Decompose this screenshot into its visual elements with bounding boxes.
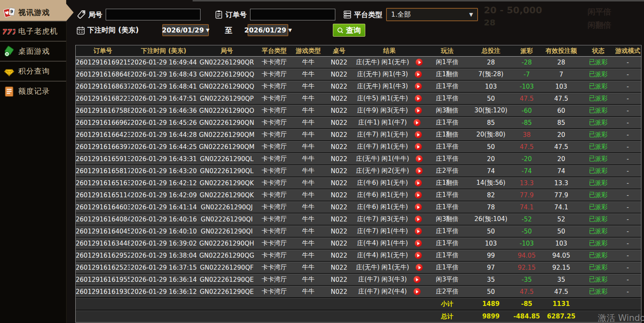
play-video-button[interactable]	[415, 95, 422, 102]
play-video-button[interactable]	[416, 264, 423, 271]
cell-payout: -74	[512, 167, 541, 175]
cell-status: 已派彩	[581, 239, 615, 247]
result-text: 庄(牛9) 闲3(无牛)	[357, 107, 408, 114]
slot-777-icon: 777	[3, 25, 15, 37]
play-video-button[interactable]	[415, 228, 422, 235]
cards-icon: ♥9	[3, 7, 15, 18]
cell-platform: 卡卡湾厅	[256, 131, 292, 139]
play-icon	[417, 206, 420, 209]
cell-result: 庄(牛6) 闲1(无牛)	[354, 179, 425, 187]
column-header: 状态	[581, 47, 615, 55]
cell-play_type: 庄1平倍	[425, 263, 470, 271]
play-icon	[417, 230, 420, 233]
sidebar-item-4[interactable]: 额度记录	[0, 81, 66, 101]
platform-select[interactable]: 1.全部 ▼	[386, 8, 478, 21]
cell-play_type: 闲3翻倍	[425, 215, 470, 223]
windows-activation-watermark: 激活 Windo	[598, 312, 644, 323]
play-video-button[interactable]	[415, 143, 422, 150]
cell-mode: -	[615, 264, 640, 271]
cell-play_type: 庄1平倍	[425, 155, 470, 163]
cell-payout: 74.1	[512, 204, 541, 211]
cell-total_bet: 20(预:80)	[470, 131, 512, 139]
cell-payout: 13.3	[512, 179, 541, 187]
cell-play_type: 庄1平倍	[425, 82, 470, 90]
diamond-icon	[3, 65, 15, 77]
cell-table_no: N022	[324, 119, 354, 127]
column-header: 桌号	[324, 47, 354, 55]
cell-result: 庄(无牛) 闲1(牛3)	[354, 82, 425, 90]
play-video-button[interactable]	[416, 155, 423, 162]
cell-payout: 92.15	[512, 264, 541, 271]
sidebar-item-label: 视讯游戏	[18, 7, 50, 17]
cell-mode: -	[615, 131, 640, 139]
cell-valid_bet: 52	[541, 216, 581, 223]
cell-table_no: N022	[324, 167, 354, 175]
play-video-button[interactable]	[415, 204, 422, 211]
sidebar-item-3[interactable]: 积分查询	[0, 61, 66, 81]
cell-play_type: 庄1平倍	[425, 203, 470, 211]
cell-valid_bet: 94.05	[541, 252, 581, 259]
play-video-button[interactable]	[415, 191, 422, 199]
column-header: 派彩	[512, 47, 541, 55]
round-input[interactable]	[106, 9, 201, 20]
play-video-button[interactable]	[414, 119, 421, 126]
chevron-down-icon: ▼	[288, 27, 292, 33]
play-video-button[interactable]	[415, 71, 422, 78]
cell-play_type: 庄1平倍	[425, 239, 470, 247]
cell-time: 2026-01-29 16:47:51	[130, 95, 198, 102]
cell-round: GN022261290QE	[198, 276, 256, 283]
result-text: 庄(牛7) 闲1(无牛)	[357, 131, 408, 139]
cell-order: 260129161692156	[76, 59, 130, 66]
date-to-value: 2026/01/29	[244, 26, 286, 34]
cell-result: 庄(牛7) 闲2(牛4)	[354, 288, 425, 296]
cell-payout: -7	[512, 71, 541, 78]
result-text: 庄(牛7) 闲2(牛4)	[358, 288, 407, 296]
column-header: 玩法	[425, 47, 470, 55]
play-video-button[interactable]	[416, 167, 423, 174]
cell-table_no: N022	[324, 228, 354, 235]
date-to-select[interactable]: 2026/01/29 ▼	[248, 24, 288, 36]
search-button[interactable]: 查询	[333, 24, 365, 37]
filter-row-2: 下注时间 (美东) 2026/01/29 ▼ 至 2026/01/29 ▼ 查询	[76, 24, 365, 37]
cell-play_type: 庄1平倍	[425, 119, 470, 127]
result-text: 庄(牛7) 闲1(无牛)	[357, 143, 408, 151]
play-video-button[interactable]	[414, 288, 421, 295]
cell-round: GN022261290QO	[198, 107, 256, 114]
cell-order: 260129161619306	[76, 288, 130, 296]
sidebar-item-1[interactable]: 777电子老虎机	[0, 21, 66, 41]
play-video-button[interactable]	[415, 252, 422, 259]
play-video-button[interactable]	[414, 276, 421, 283]
cell-platform: 卡卡湾厅	[256, 70, 292, 78]
play-icon	[417, 85, 420, 88]
cell-mode: -	[615, 143, 640, 151]
date-from-select[interactable]: 2026/01/29 ▼	[162, 24, 209, 36]
play-video-button[interactable]	[415, 216, 422, 223]
cell-valid_bet: 74.1	[541, 204, 581, 211]
cell-valid_bet: 60	[541, 107, 581, 114]
cell-valid_bet: 13.3	[541, 179, 581, 187]
document-icon	[3, 85, 15, 97]
cell-round: GN022261290QF	[198, 264, 256, 271]
sidebar-item-0[interactable]: ♥9视讯游戏	[0, 4, 66, 21]
cell-game: 牛牛	[292, 276, 324, 283]
cell-status: 已派彩	[581, 143, 615, 151]
cell-play_type: 庄2平倍	[425, 167, 470, 175]
cell-round: GN022261290QQ	[198, 83, 256, 90]
sidebar-item-2[interactable]: 桌面游戏	[0, 41, 66, 61]
cell-round: GN022261290QH	[198, 240, 256, 247]
play-video-button[interactable]	[415, 107, 422, 114]
cell-status: 已派彩	[581, 251, 615, 259]
play-video-button[interactable]	[415, 131, 422, 138]
table-row: 2601291616591352026-01-29 16:43:31GN0222…	[76, 152, 641, 164]
sidebar-item-label: 桌面游戏	[18, 46, 50, 56]
cell-play_type: 庄1翻倍	[425, 131, 470, 139]
play-video-button[interactable]	[415, 240, 422, 247]
order-input[interactable]	[250, 9, 335, 20]
play-video-button[interactable]	[415, 179, 422, 186]
bet-records-table: 订单号下注时间 (美东)局号平台类型游戏类型桌号结果玩法总投注派彩有效投注额状态…	[75, 45, 642, 323]
cell-time: 2026-01-29 16:46:36	[130, 107, 198, 114]
play-video-button[interactable]	[415, 83, 422, 90]
play-video-button[interactable]	[416, 59, 423, 66]
cell-total_bet: 28	[470, 59, 512, 66]
cell-order: 260129161625235	[76, 264, 130, 271]
